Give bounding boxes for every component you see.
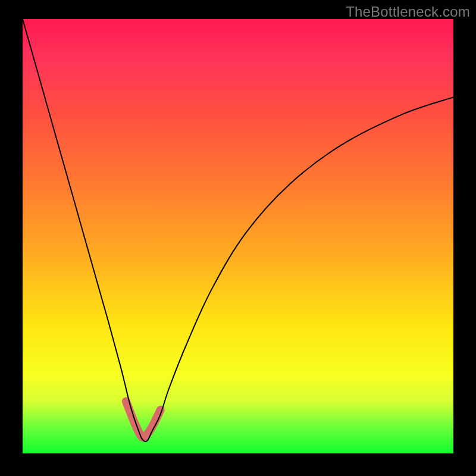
plot-svg (23, 19, 453, 453)
bottleneck-curve (23, 19, 453, 441)
plot-area (23, 19, 453, 453)
chart-frame: TheBottleneck.com (0, 0, 476, 476)
watermark-text: TheBottleneck.com (346, 4, 470, 20)
